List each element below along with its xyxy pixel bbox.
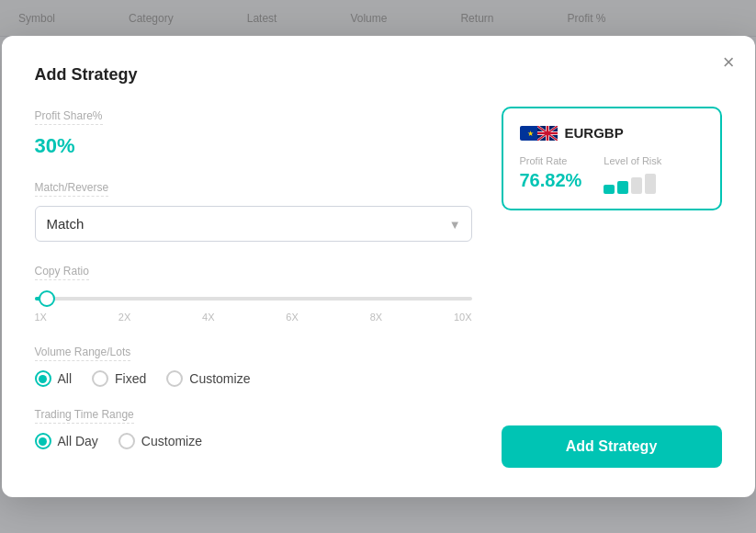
tick-1x: 1X xyxy=(35,312,47,323)
right-panel: ★ xyxy=(502,107,722,468)
tick-6x: 6X xyxy=(286,312,298,323)
time-customize-label: Customize xyxy=(141,434,202,448)
volume-all-radio[interactable] xyxy=(35,370,51,387)
strategy-name: EURGBP xyxy=(565,125,624,141)
time-customize-radio[interactable] xyxy=(118,433,135,449)
slider-container xyxy=(35,293,472,304)
modal-title: Add Strategy xyxy=(35,65,722,85)
tick-10x: 10X xyxy=(454,312,472,323)
slider-track xyxy=(35,297,472,301)
volume-fixed-option[interactable]: Fixed xyxy=(92,370,146,387)
tick-4x: 4X xyxy=(202,312,214,323)
risk-bar-1 xyxy=(604,185,615,194)
strategy-card-header: ★ xyxy=(520,125,704,141)
volume-range-section: Volume Range/Lots All Fixed Customize xyxy=(35,343,472,387)
close-button[interactable]: × xyxy=(723,52,735,73)
tick-2x: 2X xyxy=(118,312,130,323)
trading-time-section: Trading Time Range All Day Customize xyxy=(35,405,472,449)
add-strategy-button[interactable]: Add Strategy xyxy=(502,425,722,468)
profit-share-value: 30% xyxy=(35,134,472,158)
left-panel: Profit Share% 30% Match/Reverse Match Re… xyxy=(35,107,472,468)
strategy-metrics: Profit Rate 76.82% Level of Risk xyxy=(520,155,704,194)
risk-bar-4 xyxy=(645,174,656,194)
svg-text:★: ★ xyxy=(526,130,533,138)
copy-ratio-label: Copy Ratio xyxy=(35,265,89,280)
profit-share-group: Profit Share% 30% xyxy=(35,107,472,158)
volume-customize-label: Customize xyxy=(189,371,250,386)
volume-range-options: All Fixed Customize xyxy=(35,370,472,387)
volume-range-label: Volume Range/Lots xyxy=(35,346,131,361)
trading-time-label: Trading Time Range xyxy=(35,408,134,424)
volume-customize-radio[interactable] xyxy=(166,370,183,387)
volume-fixed-label: Fixed xyxy=(115,371,146,386)
volume-all-label: All xyxy=(58,371,73,386)
profit-rate-value: 76.82% xyxy=(520,170,582,191)
volume-customize-option[interactable]: Customize xyxy=(166,370,250,387)
right-spacer xyxy=(502,232,722,425)
slider-thumb[interactable] xyxy=(39,290,55,307)
match-reverse-label: Match/Reverse xyxy=(35,181,109,197)
time-allday-option[interactable]: All Day xyxy=(35,433,98,449)
copy-ratio-section: Copy Ratio 1X 2X 4X 6X 8X 10X xyxy=(35,262,472,323)
risk-bar-3 xyxy=(631,177,642,194)
match-reverse-select[interactable]: Match Reverse xyxy=(35,206,472,242)
match-reverse-wrapper: Match Reverse ▼ xyxy=(35,206,472,242)
slider-ticks: 1X 2X 4X 6X 8X 10X xyxy=(35,312,472,323)
risk-bars xyxy=(604,174,661,194)
risk-bar-2 xyxy=(617,181,628,194)
tick-8x: 8X xyxy=(370,312,382,323)
time-customize-option[interactable]: Customize xyxy=(118,433,202,449)
match-reverse-group: Match/Reverse Match Reverse ▼ xyxy=(35,178,472,242)
volume-all-option[interactable]: All xyxy=(35,370,73,387)
trading-time-options: All Day Customize xyxy=(35,433,472,449)
risk-group: Level of Risk xyxy=(604,155,661,194)
gb-flag-icon xyxy=(537,126,558,141)
strategy-card: ★ xyxy=(502,107,722,210)
time-allday-label: All Day xyxy=(58,434,98,448)
time-allday-radio[interactable] xyxy=(35,433,51,449)
flag-icons: ★ xyxy=(520,126,558,141)
volume-fixed-radio[interactable] xyxy=(92,370,108,387)
add-strategy-modal: × Add Strategy Profit Share% 30% Match/R… xyxy=(2,36,755,497)
profit-rate-label: Profit Rate xyxy=(520,155,582,166)
modal-body: Profit Share% 30% Match/Reverse Match Re… xyxy=(35,107,722,468)
risk-label: Level of Risk xyxy=(604,155,661,166)
profit-share-label: Profit Share% xyxy=(35,109,103,125)
profit-rate-group: Profit Rate 76.82% xyxy=(520,155,582,194)
